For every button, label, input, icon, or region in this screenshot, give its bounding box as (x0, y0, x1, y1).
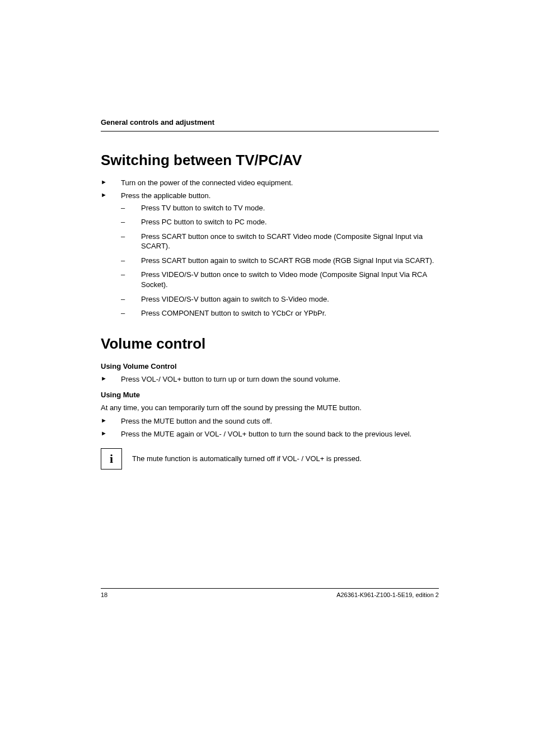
page: General controls and adjustment Switchin… (0, 0, 534, 756)
substep-item: Press VIDEO/S-V button once to switch to… (121, 270, 439, 289)
info-text: The mute function is automatically turne… (132, 454, 362, 464)
substep-item: Press SCART button once to switch to SCA… (121, 232, 439, 251)
step-item: Press the MUTE again or VOL- / VOL+ butt… (101, 429, 439, 439)
step-item: Turn on the power of the connected video… (101, 178, 439, 188)
substep-item: Press TV button to switch to TV mode. (121, 203, 439, 213)
mute-step-list: Press the MUTE button and the sound cuts… (101, 416, 439, 439)
substep-item: Press SCART button again to switch to SC… (121, 256, 439, 266)
info-row: i The mute function is automatically tur… (101, 448, 439, 469)
volume-step-list: Press VOL-/ VOL+ button to turn up or tu… (101, 374, 439, 384)
section-title-volume: Volume control (101, 334, 439, 354)
section-title-switching: Switching between TV/PC/AV (101, 151, 439, 170)
step-item: Press the MUTE button and the sound cuts… (101, 416, 439, 426)
page-footer: 18 A26361-K961-Z100-1-5E19, edition 2 (101, 588, 439, 599)
page-number: 18 (101, 591, 107, 599)
document-id: A26361-K961-Z100-1-5E19, edition 2 (336, 591, 439, 599)
step-text: Press the applicable button. (121, 191, 210, 200)
page-header: General controls and adjustment (101, 118, 439, 132)
substep-item: Press VIDEO/S-V button again to switch t… (121, 294, 439, 304)
step-item: Press VOL-/ VOL+ button to turn up or tu… (101, 374, 439, 384)
volume-control-heading: Using Volume Control (101, 361, 439, 372)
section1-step-list: Turn on the power of the connected video… (101, 178, 439, 318)
substep-item: Press PC button to switch to PC mode. (121, 217, 439, 227)
info-icon: i (101, 448, 122, 469)
substep-item: Press COMPONENT button to switch to YCbC… (121, 308, 439, 318)
step-item: Press the applicable button. Press TV bu… (101, 191, 439, 318)
section1-substep-list: Press TV button to switch to TV mode. Pr… (121, 203, 439, 318)
mute-heading: Using Mute (101, 390, 439, 400)
mute-intro: At any time, you can temporarily turn of… (101, 403, 439, 413)
